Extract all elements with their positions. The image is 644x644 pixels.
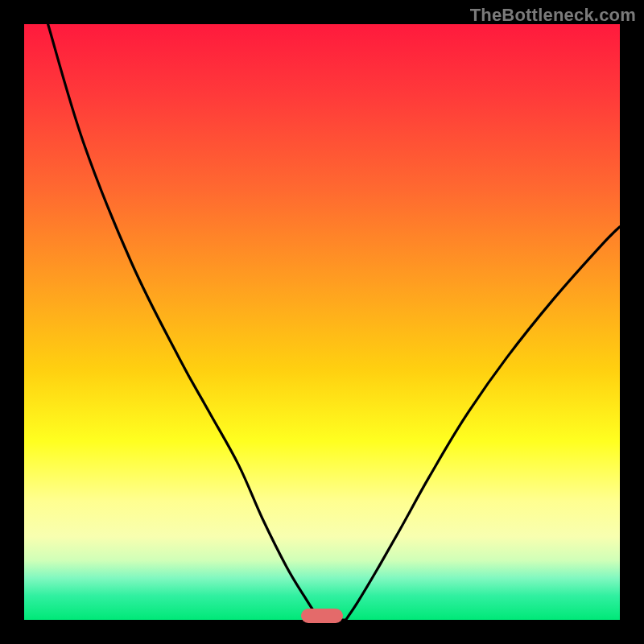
- watermark-text: TheBottleneck.com: [470, 5, 636, 26]
- bottleneck-curve: [48, 24, 620, 620]
- curve-svg: [24, 24, 620, 620]
- plot-area: [24, 24, 620, 620]
- optimal-marker: [301, 609, 343, 623]
- chart-frame: TheBottleneck.com: [0, 0, 644, 644]
